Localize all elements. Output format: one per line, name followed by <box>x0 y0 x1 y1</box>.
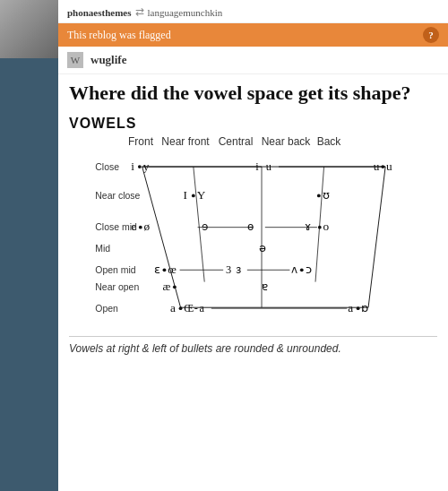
svg-point-20 <box>317 194 321 198</box>
reblog-user-icon: W <box>67 52 83 68</box>
username[interactable]: phonaesthemes <box>67 7 132 18</box>
svg-text:y: y <box>143 159 150 173</box>
svg-text:Close mid: Close mid <box>95 223 137 233</box>
svg-text:3: 3 <box>226 263 231 276</box>
svg-text:u: u <box>374 159 380 173</box>
col-front: Front <box>121 135 160 148</box>
svg-point-47 <box>179 307 183 311</box>
flagged-bar: This reblog was flagged ? <box>58 23 448 47</box>
svg-point-41 <box>300 269 304 272</box>
svg-text:-: - <box>194 302 198 314</box>
svg-text:ʌ: ʌ <box>291 263 297 276</box>
svg-text:ɜ: ɜ <box>236 263 241 276</box>
reblog-icon: ⇄ <box>135 5 144 19</box>
svg-text:Open: Open <box>95 304 118 314</box>
svg-text:i: i <box>131 159 134 173</box>
reblog-username[interactable]: wuglife <box>90 53 126 67</box>
vowel-diagram: i y i u u u I <box>69 150 437 329</box>
svg-text:ɛ: ɛ <box>154 263 160 276</box>
svg-point-44 <box>173 286 177 289</box>
svg-text:a: a <box>200 302 205 314</box>
svg-text:œ: œ <box>168 263 177 276</box>
svg-text:a: a <box>170 301 176 314</box>
col-central: Central <box>211 135 261 148</box>
svg-text:Near open: Near open <box>95 283 139 293</box>
svg-text:u: u <box>386 159 392 173</box>
svg-text:ɔ: ɔ <box>306 263 312 276</box>
main-content: phonaesthemes ⇄ languagemunchkin This re… <box>58 0 448 491</box>
svg-point-23 <box>139 226 142 229</box>
svg-text:ɤ: ɤ <box>305 221 311 234</box>
question-icon[interactable]: ? <box>423 27 439 43</box>
footer-note: Vowels at right & left of bullets are ro… <box>69 336 437 355</box>
svg-point-30 <box>318 226 322 229</box>
post-content: Where did the vowel space get its shape?… <box>58 74 448 364</box>
avatar-image <box>0 0 58 58</box>
vowel-svg: i y i u u u I <box>69 150 437 329</box>
vowels-section: VOWELS Front Near front Central Near bac… <box>69 116 437 355</box>
svg-text:Œ: Œ <box>184 302 194 314</box>
svg-text:ə: ə <box>259 242 266 255</box>
col-nearback: Near back <box>261 135 311 148</box>
flagged-text: This reblog was flagged <box>67 29 171 42</box>
reblog-source[interactable]: languagemunchkin <box>148 7 223 18</box>
column-headers: Front Near front Central Near back Back <box>69 135 437 148</box>
svg-text:ɐ: ɐ <box>262 281 268 294</box>
svg-point-15 <box>381 166 384 169</box>
col-back: Back <box>311 135 347 148</box>
svg-point-53 <box>357 307 360 311</box>
svg-text:u: u <box>266 160 271 173</box>
sidebar <box>0 0 58 491</box>
svg-text:æ: æ <box>163 280 171 294</box>
svg-text:Y: Y <box>197 189 206 202</box>
svg-text:ɒ: ɒ <box>361 301 368 314</box>
svg-text:i: i <box>255 160 259 173</box>
svg-point-18 <box>192 194 195 198</box>
svg-text:Near close: Near close <box>95 192 140 202</box>
svg-text:ɵ: ɵ <box>247 221 254 234</box>
svg-text:Close: Close <box>95 162 119 172</box>
header-bar: phonaesthemes ⇄ languagemunchkin <box>58 0 448 23</box>
svg-text:o: o <box>323 220 330 234</box>
svg-text:I: I <box>183 189 186 202</box>
svg-text:ʊ: ʊ <box>323 189 330 202</box>
svg-text:Open mid: Open mid <box>95 265 136 275</box>
col-nearfront: Near front <box>160 135 211 148</box>
svg-text:a: a <box>348 301 353 314</box>
svg-line-3 <box>368 167 385 307</box>
reblog-user-row: W wuglife <box>58 47 448 74</box>
avatar <box>0 0 58 58</box>
post-title: Where did the vowel space get its shape? <box>69 82 437 105</box>
vowels-label: VOWELS <box>69 116 437 132</box>
svg-point-34 <box>163 269 167 272</box>
svg-point-10 <box>138 166 142 169</box>
svg-text:Mid: Mid <box>95 245 110 254</box>
svg-text:ø: ø <box>144 220 151 234</box>
svg-text:ɘ: ɘ <box>202 221 208 234</box>
reblog-user-initial: W <box>71 55 80 65</box>
page-container: phonaesthemes ⇄ languagemunchkin This re… <box>0 0 448 491</box>
